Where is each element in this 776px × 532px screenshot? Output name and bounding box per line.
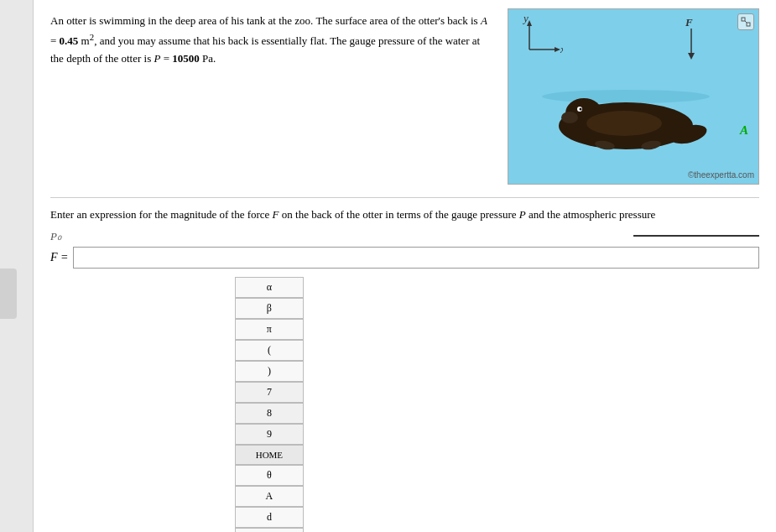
key-8[interactable]: 8 [235,403,304,424]
math-keyboard: α β π ( ) 7 8 9 HOME θ A d ↑ [235,277,304,533]
key-theta[interactable]: θ [235,465,304,486]
svg-point-15 [561,112,578,123]
problem-section: An otter is swimming in the deep area of… [50,8,759,185]
otter-svg [534,88,718,155]
svg-point-21 [586,111,662,136]
copyright-text: ©theexpertta.com [688,170,754,180]
svg-marker-6 [555,47,560,52]
expand-icon [741,17,751,27]
problem-text-part1: An otter is swimming in the deep area of… [50,14,481,27]
pressure-value: 10500 [172,52,200,65]
key-9[interactable]: 9 [235,424,304,445]
svg-text:y: y [522,16,529,24]
separator-line [633,235,759,237]
key-d[interactable]: d [235,507,304,528]
f-equals-label: F = [50,251,69,264]
svg-point-17 [580,108,582,111]
force-arrow-container: F [679,16,704,70]
key-pi[interactable]: π [235,319,304,340]
divider [50,197,759,198]
key-beta[interactable]: β [235,298,304,319]
key-alpha[interactable]: α [235,277,304,298]
axes-svg: y x [517,16,563,58]
area-label: A [740,123,748,138]
key-7[interactable]: 7 [235,382,304,403]
pressure-unit: Pa. [200,52,216,65]
question-label: Enter an expression for the magnitude of… [50,206,759,223]
svg-rect-0 [742,18,745,21]
force-arrow-svg: F [679,16,704,66]
left-sidebar [0,0,34,532]
svg-point-12 [542,90,710,103]
problem-unit1: m2, and you may assume that his back is … [50,34,480,65]
coordinate-axes: y x [517,16,563,61]
svg-text:F: F [685,16,693,29]
svg-rect-1 [747,23,750,26]
problem-image: y x F [508,8,759,185]
input-row: F = [50,247,759,269]
key-open-paren[interactable]: ( [235,340,304,361]
problem-equals1: = [50,34,60,47]
svg-line-2 [745,21,747,23]
key-home[interactable]: HOME [235,445,304,465]
area-variable: A [481,14,487,27]
expand-button[interactable] [737,13,754,30]
key-close-paren[interactable]: ) [235,361,304,382]
content-area: An otter is swimming in the deep area of… [34,0,776,532]
sidebar-tab[interactable] [0,269,17,319]
question-section: Enter an expression for the magnitude of… [50,206,759,532]
svg-marker-11 [688,53,695,60]
otter-illustration [534,88,742,159]
key-A[interactable]: A [235,486,304,507]
problem-equals2: = [160,52,172,65]
key-up[interactable]: ↑ [235,528,304,533]
svg-text:x: x [560,43,563,55]
problem-text: An otter is swimming in the deep area of… [50,8,495,185]
area-value: 0.45 [60,34,79,47]
answer-input[interactable] [73,247,759,269]
